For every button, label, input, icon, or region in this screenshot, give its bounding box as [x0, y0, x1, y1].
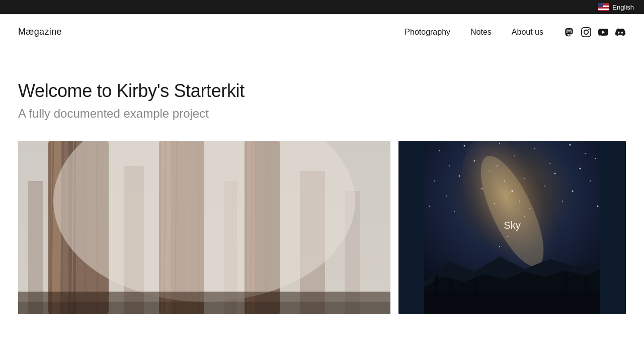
svg-point-36	[449, 165, 450, 166]
discord-icon	[615, 27, 626, 37]
svg-rect-72	[434, 284, 437, 299]
main-nav: Photography Notes About us	[394, 24, 553, 41]
svg-point-57	[562, 201, 563, 202]
hero-title: Welcome to Kirby's Starterkit	[18, 80, 626, 102]
gallery: Sky	[0, 141, 644, 314]
svg-point-52	[572, 191, 574, 192]
svg-point-61	[497, 165, 498, 166]
svg-point-46	[554, 173, 556, 174]
nav-photography[interactable]: Photography	[394, 24, 460, 41]
site-logo[interactable]: Mægazine	[18, 27, 62, 37]
svg-point-35	[585, 153, 586, 154]
sky-svg: Sky	[398, 141, 626, 314]
youtube-icon	[598, 27, 609, 37]
svg-point-58	[597, 206, 599, 207]
forest-svg	[18, 141, 390, 314]
flag-icon	[598, 3, 609, 11]
site-header: Mægazine Photography Notes About us	[0, 14, 644, 50]
svg-point-48	[446, 196, 447, 197]
instagram-link[interactable]	[581, 27, 592, 38]
mastodon-link[interactable]	[564, 27, 575, 38]
svg-rect-80	[585, 284, 587, 298]
svg-text:Sky: Sky	[504, 220, 520, 231]
hero-section: Welcome to Kirby's Starterkit A fully do…	[0, 50, 644, 141]
hero-subtitle: A fully documented example project	[18, 107, 626, 121]
sky-image: Sky	[398, 141, 626, 314]
nav-about-us[interactable]: About us	[502, 24, 553, 41]
svg-point-41	[595, 158, 596, 159]
nav-notes[interactable]: Notes	[460, 24, 502, 41]
svg-rect-28	[18, 302, 390, 314]
svg-point-68	[499, 246, 500, 247]
svg-point-67	[507, 236, 508, 237]
top-bar: English	[0, 0, 644, 14]
social-icons	[564, 27, 626, 38]
mastodon-icon	[564, 27, 574, 37]
svg-point-62	[504, 180, 505, 182]
nav-right: Photography Notes About us	[394, 24, 626, 41]
svg-rect-76	[474, 286, 477, 299]
svg-rect-78	[565, 283, 568, 299]
forest-image	[18, 141, 390, 314]
svg-point-64	[519, 201, 520, 202]
svg-point-53	[429, 206, 430, 207]
instagram-icon	[581, 27, 591, 37]
language-label: English	[612, 4, 634, 11]
gallery-item-forest[interactable]	[18, 141, 390, 314]
svg-point-30	[439, 150, 440, 151]
svg-point-47	[590, 180, 591, 182]
svg-point-42	[434, 180, 435, 182]
discord-link[interactable]	[615, 27, 626, 38]
svg-point-40	[580, 168, 581, 169]
svg-point-54	[454, 211, 455, 212]
svg-point-63	[512, 191, 513, 192]
gallery-item-sky[interactable]: Sky	[398, 141, 626, 314]
svg-point-65	[524, 216, 525, 217]
svg-point-43	[459, 175, 460, 177]
svg-point-31	[464, 145, 465, 147]
svg-rect-74	[449, 287, 451, 299]
youtube-link[interactable]	[598, 27, 609, 38]
language-selector[interactable]: English	[598, 3, 634, 11]
svg-point-33	[534, 148, 535, 149]
svg-point-39	[549, 163, 550, 164]
svg-point-34	[570, 144, 571, 146]
